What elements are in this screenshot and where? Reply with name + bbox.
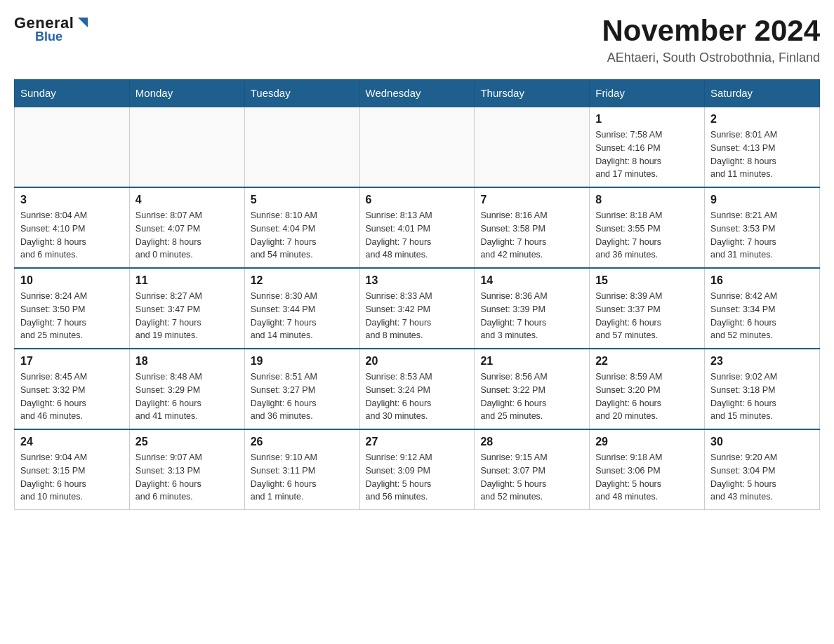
day-info: Sunrise: 8:30 AMSunset: 3:44 PMDaylight:… <box>251 290 354 342</box>
calendar-cell: 13Sunrise: 8:33 AMSunset: 3:42 PMDayligh… <box>359 268 475 349</box>
day-info: Sunrise: 8:59 AMSunset: 3:20 PMDaylight:… <box>595 370 699 423</box>
location-text: AEhtaeri, South Ostrobothnia, Finland <box>602 51 820 65</box>
calendar-cell: 28Sunrise: 9:15 AMSunset: 3:07 PMDayligh… <box>475 429 590 510</box>
day-number: 18 <box>135 355 239 368</box>
day-info: Sunrise: 8:27 AMSunset: 3:47 PMDaylight:… <box>135 290 239 342</box>
calendar-cell: 26Sunrise: 9:10 AMSunset: 3:11 PMDayligh… <box>244 429 359 510</box>
weekday-header-monday: Monday <box>129 80 244 107</box>
day-number: 9 <box>710 194 814 206</box>
day-number: 28 <box>480 436 583 448</box>
calendar-cell: 6Sunrise: 8:13 AMSunset: 4:01 PMDaylight… <box>359 187 475 268</box>
day-number: 7 <box>480 194 583 206</box>
day-number: 5 <box>251 194 354 206</box>
calendar-cell <box>359 107 475 187</box>
calendar-cell: 23Sunrise: 9:02 AMSunset: 3:18 PMDayligh… <box>705 349 820 429</box>
weekday-header-saturday: Saturday <box>705 80 820 107</box>
weekday-header-wednesday: Wednesday <box>359 80 475 107</box>
calendar-cell: 16Sunrise: 8:42 AMSunset: 3:34 PMDayligh… <box>705 268 820 349</box>
calendar-cell <box>475 107 590 187</box>
day-number: 15 <box>595 274 699 287</box>
week-row-3: 10Sunrise: 8:24 AMSunset: 3:50 PMDayligh… <box>15 268 820 349</box>
calendar-cell: 10Sunrise: 8:24 AMSunset: 3:50 PMDayligh… <box>15 268 130 349</box>
svg-marker-0 <box>78 18 88 27</box>
logo-blue-text: Blue <box>35 29 62 44</box>
calendar-cell: 21Sunrise: 8:56 AMSunset: 3:22 PMDayligh… <box>475 349 590 429</box>
day-info: Sunrise: 8:45 AMSunset: 3:32 PMDaylight:… <box>20 370 124 423</box>
calendar-cell: 11Sunrise: 8:27 AMSunset: 3:47 PMDayligh… <box>129 268 244 349</box>
day-info: Sunrise: 8:36 AMSunset: 3:39 PMDaylight:… <box>480 290 583 342</box>
day-number: 20 <box>366 355 469 368</box>
calendar-cell: 1Sunrise: 7:58 AMSunset: 4:16 PMDaylight… <box>590 107 705 187</box>
day-info: Sunrise: 9:20 AMSunset: 3:04 PMDaylight:… <box>710 451 814 504</box>
weekday-header-sunday: Sunday <box>15 80 130 107</box>
title-section: November 2024 AEhtaeri, South Ostrobothn… <box>602 14 820 65</box>
day-info: Sunrise: 8:56 AMSunset: 3:22 PMDaylight:… <box>480 370 583 423</box>
week-row-4: 17Sunrise: 8:45 AMSunset: 3:32 PMDayligh… <box>15 349 820 429</box>
page-header: General Blue November 2024 AEhtaeri, Sou… <box>14 14 820 65</box>
day-info: Sunrise: 8:10 AMSunset: 4:04 PMDaylight:… <box>251 209 354 262</box>
day-number: 8 <box>595 194 699 206</box>
day-info: Sunrise: 8:13 AMSunset: 4:01 PMDaylight:… <box>366 209 469 262</box>
day-info: Sunrise: 8:33 AMSunset: 3:42 PMDaylight:… <box>366 290 469 342</box>
day-number: 26 <box>251 436 354 448</box>
day-info: Sunrise: 8:51 AMSunset: 3:27 PMDaylight:… <box>251 370 354 423</box>
day-number: 30 <box>710 436 814 448</box>
calendar-cell: 14Sunrise: 8:36 AMSunset: 3:39 PMDayligh… <box>475 268 590 349</box>
calendar-cell: 12Sunrise: 8:30 AMSunset: 3:44 PMDayligh… <box>244 268 359 349</box>
weekday-header-friday: Friday <box>590 80 705 107</box>
day-info: Sunrise: 9:02 AMSunset: 3:18 PMDaylight:… <box>710 370 814 423</box>
day-number: 24 <box>20 436 124 448</box>
day-number: 3 <box>20 194 124 206</box>
day-info: Sunrise: 9:07 AMSunset: 3:13 PMDaylight:… <box>135 451 239 504</box>
day-info: Sunrise: 9:04 AMSunset: 3:15 PMDaylight:… <box>20 451 124 504</box>
day-number: 29 <box>595 436 699 448</box>
week-row-2: 3Sunrise: 8:04 AMSunset: 4:10 PMDaylight… <box>15 187 820 268</box>
day-info: Sunrise: 7:58 AMSunset: 4:16 PMDaylight:… <box>595 128 699 181</box>
calendar-cell <box>244 107 359 187</box>
day-number: 4 <box>135 194 239 206</box>
calendar-cell: 27Sunrise: 9:12 AMSunset: 3:09 PMDayligh… <box>359 429 475 510</box>
week-row-5: 24Sunrise: 9:04 AMSunset: 3:15 PMDayligh… <box>15 429 820 510</box>
calendar-cell: 22Sunrise: 8:59 AMSunset: 3:20 PMDayligh… <box>590 349 705 429</box>
calendar-table: SundayMondayTuesdayWednesdayThursdayFrid… <box>14 79 820 510</box>
calendar-body: 1Sunrise: 7:58 AMSunset: 4:16 PMDaylight… <box>15 107 820 510</box>
day-number: 19 <box>251 355 354 368</box>
day-number: 13 <box>366 274 469 287</box>
calendar-cell: 25Sunrise: 9:07 AMSunset: 3:13 PMDayligh… <box>129 429 244 510</box>
day-number: 12 <box>251 274 354 287</box>
day-number: 14 <box>480 274 583 287</box>
day-info: Sunrise: 9:15 AMSunset: 3:07 PMDaylight:… <box>480 451 583 504</box>
day-number: 10 <box>20 274 124 287</box>
week-row-1: 1Sunrise: 7:58 AMSunset: 4:16 PMDaylight… <box>15 107 820 187</box>
calendar-cell: 30Sunrise: 9:20 AMSunset: 3:04 PMDayligh… <box>705 429 820 510</box>
calendar-cell: 3Sunrise: 8:04 AMSunset: 4:10 PMDaylight… <box>15 187 130 268</box>
calendar-cell: 29Sunrise: 9:18 AMSunset: 3:06 PMDayligh… <box>590 429 705 510</box>
calendar-cell: 7Sunrise: 8:16 AMSunset: 3:58 PMDaylight… <box>475 187 590 268</box>
day-number: 25 <box>135 436 239 448</box>
day-info: Sunrise: 8:16 AMSunset: 3:58 PMDaylight:… <box>480 209 583 262</box>
logo-triangle-icon <box>75 15 91 30</box>
calendar-cell: 24Sunrise: 9:04 AMSunset: 3:15 PMDayligh… <box>15 429 130 510</box>
calendar-cell: 2Sunrise: 8:01 AMSunset: 4:13 PMDaylight… <box>705 107 820 187</box>
calendar-cell <box>129 107 244 187</box>
weekday-header-thursday: Thursday <box>475 80 590 107</box>
calendar-cell: 15Sunrise: 8:39 AMSunset: 3:37 PMDayligh… <box>590 268 705 349</box>
day-info: Sunrise: 8:24 AMSunset: 3:50 PMDaylight:… <box>20 290 124 342</box>
day-info: Sunrise: 8:53 AMSunset: 3:24 PMDaylight:… <box>366 370 469 423</box>
calendar-cell: 18Sunrise: 8:48 AMSunset: 3:29 PMDayligh… <box>129 349 244 429</box>
logo: General Blue <box>14 14 91 44</box>
day-info: Sunrise: 9:10 AMSunset: 3:11 PMDaylight:… <box>251 451 354 504</box>
day-number: 27 <box>366 436 469 448</box>
day-info: Sunrise: 8:07 AMSunset: 4:07 PMDaylight:… <box>135 209 239 262</box>
day-number: 22 <box>595 355 699 368</box>
day-info: Sunrise: 8:18 AMSunset: 3:55 PMDaylight:… <box>595 209 699 262</box>
day-number: 11 <box>135 274 239 287</box>
day-info: Sunrise: 8:42 AMSunset: 3:34 PMDaylight:… <box>710 290 814 342</box>
weekday-header-tuesday: Tuesday <box>244 80 359 107</box>
day-number: 23 <box>710 355 814 368</box>
day-number: 2 <box>710 113 814 126</box>
day-number: 16 <box>710 274 814 287</box>
day-info: Sunrise: 8:39 AMSunset: 3:37 PMDaylight:… <box>595 290 699 342</box>
day-info: Sunrise: 8:04 AMSunset: 4:10 PMDaylight:… <box>20 209 124 262</box>
calendar-cell: 4Sunrise: 8:07 AMSunset: 4:07 PMDaylight… <box>129 187 244 268</box>
